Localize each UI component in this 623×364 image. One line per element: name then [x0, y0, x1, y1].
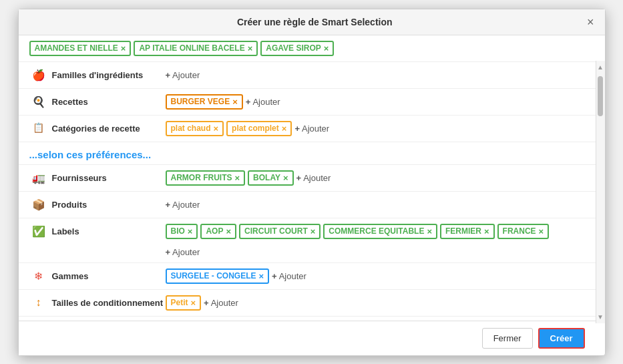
content-recettes: BURGER VEGE×+ Ajouter: [166, 94, 585, 110]
tag-remove-button[interactable]: ×: [283, 173, 288, 183]
row-tailles: ↕Tailles de conditionnementPetit×+ Ajout…: [19, 290, 596, 317]
tag-surgele---congele: SURGELE - CONGELE×: [166, 268, 270, 284]
scrollbar[interactable]: ▲ ▼: [596, 61, 605, 323]
section-heading: ...selon ces préférences...: [19, 142, 596, 165]
content-produits: + Ajouter: [166, 197, 585, 210]
scroll-down-arrow[interactable]: ▼: [596, 311, 604, 323]
add-button-categories[interactable]: + Ajouter: [294, 121, 329, 134]
label-gammes: Gammes: [52, 268, 166, 281]
tag-remove-button[interactable]: ×: [226, 226, 231, 236]
tag-label: COMMERCE EQUITABLE: [329, 226, 424, 236]
modal-container: Créer une règle de Smart Selection × AMA…: [18, 9, 606, 356]
label-tailles: Tailles de conditionnement: [52, 295, 166, 308]
creer-button[interactable]: Créer: [538, 328, 585, 349]
tag-remove-button[interactable]: ×: [121, 43, 126, 53]
modal-header: Créer une règle de Smart Selection ×: [19, 9, 605, 35]
row-recettes: 🍳RecettesBURGER VEGE×+ Ajouter: [19, 89, 596, 116]
tag-france: FRANCE×: [497, 224, 550, 239]
icon-fournisseurs: 🚛: [29, 170, 48, 184]
tag-label: Petit: [171, 298, 188, 307]
icon-gammes: ❄: [29, 268, 48, 283]
add-button-recettes[interactable]: + Ajouter: [246, 94, 280, 107]
tag-aop: AOP×: [200, 224, 236, 239]
label-labels: Labels: [52, 224, 166, 236]
content-gammes: SURGELE - CONGELE×+ Ajouter: [166, 268, 585, 284]
tag-label: AMANDES ET NIELLE: [35, 43, 118, 53]
plus-icon: +: [166, 200, 171, 210]
tag-label: BURGER VEGE: [171, 97, 230, 106]
tag-remove-button[interactable]: ×: [235, 173, 240, 183]
rows-below: 🚛FournisseursARMOR FRUITS×BOLAY×+ Ajoute…: [19, 165, 596, 321]
row-produits: 📦Produits+ Ajouter: [19, 192, 596, 218]
tag-label: CIRCUIT COURT: [244, 226, 308, 236]
tag-ap-italie-online-bacele: AP ITALIE ONLINE BACELE×: [134, 41, 258, 56]
tag-label: plat complet: [232, 124, 279, 133]
plus-icon: +: [294, 124, 300, 134]
tag-remove-button[interactable]: ×: [259, 271, 264, 281]
add-button-labels[interactable]: + Ajouter: [166, 244, 200, 257]
tag-plat-complet: plat complet×: [226, 121, 292, 136]
modal-footer: Fermer Créer: [19, 321, 596, 355]
modal-inner: AMANDES ET NIELLE×AP ITALIE ONLINE BACEL…: [19, 35, 596, 355]
tag-remove-button[interactable]: ×: [214, 124, 219, 134]
tag-remove-button[interactable]: ×: [232, 97, 238, 107]
tag-label: AGAVE SIROP: [266, 43, 321, 53]
add-button-familles[interactable]: + Ajouter: [166, 67, 200, 80]
add-button-tailles[interactable]: + Ajouter: [204, 295, 238, 308]
content-fournisseurs: ARMOR FRUITS×BOLAY×+ Ajouter: [166, 170, 585, 186]
tag-label: SURGELE - CONGELE: [171, 271, 256, 281]
plus-icon: +: [204, 298, 209, 308]
modal-title: Créer une règle de Smart Selection: [43, 17, 587, 27]
plus-icon: +: [166, 70, 171, 80]
icon-familles: 🍎: [29, 67, 48, 81]
tag-remove-button[interactable]: ×: [191, 298, 196, 308]
tags-row-labels: BIO×AOP×CIRCUIT COURT×COMMERCE EQUITABLE…: [166, 224, 550, 239]
icon-categories: 📋: [29, 121, 48, 133]
row-fournisseurs: 🚛FournisseursARMOR FRUITS×BOLAY×+ Ajoute…: [19, 165, 596, 192]
tag-label: plat chaud: [171, 124, 211, 133]
tag-label: BOLAY: [253, 173, 280, 182]
label-fournisseurs: Fournisseurs: [52, 170, 166, 183]
row-gammes: ❄GammesSURGELE - CONGELE×+ Ajouter: [19, 263, 596, 290]
tag-plat-chaud: plat chaud×: [166, 121, 224, 136]
tag-remove-button[interactable]: ×: [282, 124, 287, 134]
label-recettes: Recettes: [52, 94, 166, 107]
content-familles: + Ajouter: [166, 67, 585, 80]
add-button-produits[interactable]: + Ajouter: [166, 197, 200, 210]
tag-remove-button[interactable]: ×: [539, 226, 544, 236]
label-produits: Produits: [52, 197, 166, 210]
scroll-thumb[interactable]: [598, 76, 603, 116]
add-button-gammes[interactable]: + Ajouter: [272, 268, 306, 281]
tag-remove-button[interactable]: ×: [248, 43, 253, 53]
scroll-up-arrow[interactable]: ▲: [596, 61, 604, 73]
icon-labels: ✅: [29, 224, 48, 238]
row-categories: 📋Catégories de recetteplat chaud×plat co…: [19, 116, 596, 142]
tag-label: ARMOR FRUITS: [171, 173, 232, 182]
plus-icon: +: [296, 173, 302, 183]
top-tags-row: AMANDES ET NIELLE×AP ITALIE ONLINE BACEL…: [19, 35, 596, 62]
content-labels: BIO×AOP×CIRCUIT COURT×COMMERCE EQUITABLE…: [166, 224, 585, 257]
modal-body: AMANDES ET NIELLE×AP ITALIE ONLINE BACEL…: [19, 35, 596, 321]
tag-remove-button[interactable]: ×: [427, 226, 432, 236]
tag-label: FERMIER: [445, 226, 481, 236]
tag-petit: Petit×: [166, 295, 202, 311]
tag-remove-button[interactable]: ×: [188, 226, 193, 236]
rows-above: 🍎Familles d'ingrédients+ Ajouter🍳Recette…: [19, 62, 596, 142]
fermer-button[interactable]: Fermer: [482, 328, 533, 349]
icon-produits: 📦: [29, 197, 48, 211]
modal-close-button[interactable]: ×: [587, 16, 594, 28]
plus-icon: +: [246, 97, 251, 107]
plus-icon: +: [272, 271, 277, 281]
label-categories: Catégories de recette: [52, 121, 166, 134]
label-familles: Familles d'ingrédients: [52, 67, 166, 80]
row-familles: 🍎Familles d'ingrédients+ Ajouter: [19, 62, 596, 89]
tag-circuit-court: CIRCUIT COURT×: [239, 224, 321, 239]
tag-label: AOP: [206, 226, 223, 236]
tag-remove-button[interactable]: ×: [484, 226, 489, 236]
add-button-fournisseurs[interactable]: + Ajouter: [296, 170, 331, 183]
tag-remove-button[interactable]: ×: [324, 43, 329, 53]
tag-label: BIO: [171, 226, 185, 236]
tag-bio: BIO×: [166, 224, 198, 239]
tag-remove-button[interactable]: ×: [310, 226, 316, 236]
tag-burger-vege: BURGER VEGE×: [166, 94, 243, 110]
